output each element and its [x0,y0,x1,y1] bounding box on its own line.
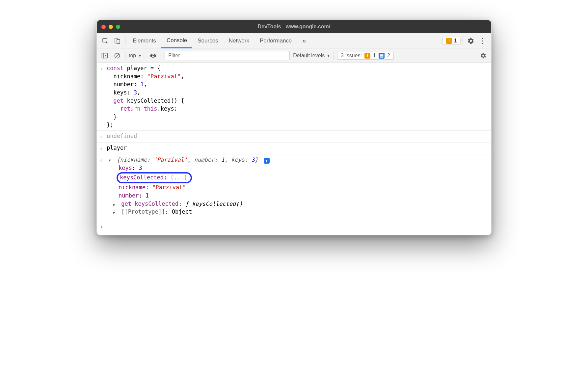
svg-rect-2 [117,40,120,43]
chevron-down-icon: ▼ [327,54,330,58]
object-property-getter-highlight[interactable]: keysCollected: (...) [119,172,488,184]
console-code: const player = { nickname: "Parzival", n… [107,64,488,129]
warnings-badge[interactable]: ! 1 [442,37,461,45]
console-settings-icon[interactable] [479,51,488,60]
object-property-function[interactable]: get keysCollected: ƒ keysCollected() [113,200,488,208]
caret-down-icon [109,156,113,164]
output-marker-icon [99,156,107,165]
caret-right-icon [113,200,118,208]
svg-point-7 [152,55,154,56]
tab-network[interactable]: Network [224,33,254,48]
input-marker-icon [99,64,107,73]
caret-right-icon [113,208,118,216]
window-title: DevTools - www.google.com/ [97,24,491,30]
object-property[interactable]: number: 1 [119,192,488,200]
tab-performance[interactable]: Performance [254,33,297,48]
context-selector[interactable]: top ▼ [129,53,142,59]
warning-icon: ! [364,53,370,59]
highlight-annotation: keysCollected: (...) [117,172,192,184]
object-property[interactable]: keys: 3 [119,164,488,172]
separator [161,51,161,60]
levels-label: Default levels [293,53,325,59]
separator [334,51,334,60]
context-label: top [129,53,136,59]
object-property[interactable]: nickname: "Parzival" [119,183,488,192]
console-input-row[interactable]: player [97,143,491,154]
titlebar: DevTools - www.google.com/ [97,20,491,33]
console-prompt[interactable] [97,220,491,235]
chevron-down-icon: ▼ [138,54,142,58]
separator [125,51,125,60]
issues-label: 3 Issues: [341,53,362,59]
log-levels-selector[interactable]: Default levels ▼ [293,53,330,59]
separator [125,36,125,45]
tab-elements[interactable]: Elements [127,33,161,48]
tab-console[interactable]: Console [161,33,192,48]
inspect-element-icon[interactable] [99,38,111,44]
console-code: player [107,144,488,152]
object-summary[interactable]: {nickname: 'Parzival', number: 1, keys: … [107,156,488,164]
device-toolbar-icon[interactable] [111,38,123,44]
issues-info-count: 2 [387,53,390,59]
object-output: {nickname: 'Parzival', number: 1, keys: … [107,156,488,216]
zoom-window-button[interactable] [116,25,120,29]
toggle-sidebar-icon[interactable] [100,51,109,60]
console-toolbar: top ▼ Default levels ▼ 3 Issues: ! 1 ▤ 2 [97,48,491,63]
input-marker-icon [99,144,107,153]
minimize-window-button[interactable] [109,25,113,29]
undefined-output: undefined [107,132,488,140]
live-expression-icon[interactable] [148,51,158,60]
console-body: const player = { nickname: "Parzival", n… [97,63,491,235]
settings-icon[interactable] [465,37,477,44]
svg-rect-3 [102,53,108,58]
svg-line-6 [116,54,119,57]
output-marker-icon [99,132,107,141]
main-toolbar: Elements Console Sources Network Perform… [97,33,491,48]
more-tabs-button[interactable]: » [297,33,311,48]
console-output-row: undefined [97,131,491,143]
info-icon[interactable]: i [264,158,270,164]
clear-console-icon[interactable] [113,51,122,60]
window-controls [101,25,120,29]
console-input-row[interactable]: const player = { nickname: "Parzival", n… [97,63,491,131]
devtools-window: DevTools - www.google.com/ Elements Cons… [96,20,492,235]
tab-sources[interactable]: Sources [192,33,223,48]
separator [463,36,463,45]
info-icon: ▤ [379,53,385,59]
kebab-menu-icon[interactable]: ⋮ [477,37,489,45]
filter-input[interactable] [165,51,290,60]
separator [145,51,145,60]
issues-warning-count: 1 [373,53,376,59]
panel-tabs: Elements Console Sources Network Perform… [127,33,311,48]
issues-button[interactable]: 3 Issues: ! 1 ▤ 2 [337,52,394,60]
warning-icon: ! [446,38,452,44]
close-window-button[interactable] [101,25,106,29]
console-output-row: {nickname: 'Parzival', number: 1, keys: … [97,154,491,220]
object-prototype[interactable]: [[Prototype]]: Object [113,208,488,216]
warnings-count: 1 [454,38,457,44]
